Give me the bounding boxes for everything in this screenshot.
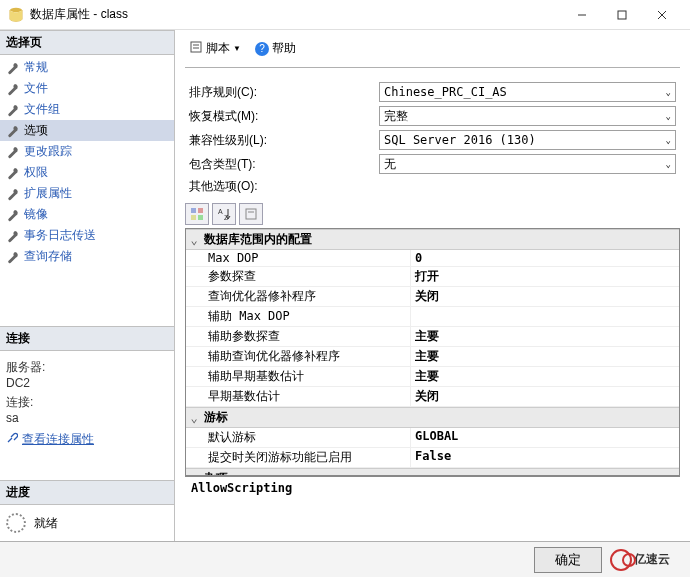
sidebar-item-8[interactable]: 事务日志传送 [0,225,174,246]
containment-select[interactable]: 无⌄ [379,154,676,174]
grid-value[interactable]: 主要 [411,367,679,386]
grid-key: 辅助参数探查 [186,327,411,346]
window-title: 数据库属性 - class [30,6,562,23]
grid-category[interactable]: ⌄杂项 [186,468,679,475]
collation-label: 排序规则(C): [189,84,379,101]
properties-icon-button[interactable] [239,203,263,225]
svg-rect-9 [198,208,203,213]
sidebar-item-5[interactable]: 权限 [0,162,174,183]
wrench-icon [6,103,20,117]
svg-text:A: A [218,208,223,215]
svg-rect-5 [191,42,201,52]
grid-row[interactable]: 默认游标GLOBAL [186,428,679,448]
conn-label: 连接: [6,394,168,411]
bottom-bar: 确定 亿速云 [0,541,690,577]
grid-value[interactable]: 主要 [411,327,679,346]
grid-key: 默认游标 [186,428,411,447]
help-button[interactable]: ? 帮助 [251,38,300,59]
close-button[interactable] [642,0,682,30]
chevron-down-icon: ⌄ [666,159,671,169]
grid-value[interactable]: 关闭 [411,387,679,406]
sidebar-item-1[interactable]: 文件 [0,78,174,99]
sidebar: 选择页 常规文件文件组选项更改跟踪权限扩展属性镜像事务日志传送查询存储 连接 服… [0,30,175,541]
recovery-label: 恢复模式(M): [189,108,379,125]
logo-icon [610,549,632,571]
compat-label: 兼容性级别(L): [189,132,379,149]
svg-rect-15 [246,209,256,219]
grid-key: 提交时关闭游标功能已启用 [186,448,411,467]
script-button[interactable]: 脚本 ▼ [185,38,245,59]
grid-category[interactable]: ⌄数据库范围内的配置 [186,229,679,250]
wrench-icon [6,229,20,243]
grid-row[interactable]: 辅助 Max DOP [186,307,679,327]
grid-row[interactable]: 辅助查询优化器修补程序主要 [186,347,679,367]
minimize-button[interactable] [562,0,602,30]
ok-button[interactable]: 确定 [534,547,602,573]
wrench-icon [6,208,20,222]
collation-select[interactable]: Chinese_PRC_CI_AS⌄ [379,82,676,102]
grid-key: 辅助早期基数估计 [186,367,411,386]
conn-value: sa [6,411,168,425]
connection-header: 连接 [0,326,174,351]
other-options-label: 其他选项(O): [189,178,379,195]
alphabetical-button[interactable]: AZ [212,203,236,225]
svg-rect-8 [191,208,196,213]
grid-row[interactable]: Max DOP0 [186,250,679,267]
containment-label: 包含类型(T): [189,156,379,173]
help-icon: ? [255,42,269,56]
svg-point-0 [10,7,22,11]
svg-rect-11 [198,215,203,220]
sidebar-item-3[interactable]: 选项 [0,120,174,141]
sidebar-item-2[interactable]: 文件组 [0,99,174,120]
grid-row[interactable]: 参数探查打开 [186,267,679,287]
sidebar-item-0[interactable]: 常规 [0,57,174,78]
collapse-icon: ⌄ [186,411,202,425]
grid-value[interactable]: GLOBAL [411,428,679,447]
wrench-icon [6,124,20,138]
grid-key: Max DOP [186,250,411,266]
grid-key: 辅助 Max DOP [186,307,411,326]
wrench-icon [6,166,20,180]
chevron-down-icon: ⌄ [666,111,671,121]
grid-row[interactable]: 辅助早期基数估计主要 [186,367,679,387]
wrench-icon [6,145,20,159]
grid-value[interactable]: 打开 [411,267,679,286]
grid-value[interactable]: False [411,448,679,467]
sidebar-item-9[interactable]: 查询存储 [0,246,174,267]
grid-row[interactable]: 提交时关闭游标功能已启用False [186,448,679,468]
maximize-button[interactable] [602,0,642,30]
grid-value[interactable] [411,307,679,326]
view-connection-props-link[interactable]: 查看连接属性 [6,431,168,448]
sidebar-item-4[interactable]: 更改跟踪 [0,141,174,162]
select-page-header: 选择页 [0,30,174,55]
grid-value[interactable]: 关闭 [411,287,679,306]
compat-select[interactable]: SQL Server 2016 (130)⌄ [379,130,676,150]
wrench-icon [6,250,20,264]
grid-value[interactable]: 0 [411,250,679,266]
page-nav-list: 常规文件文件组选项更改跟踪权限扩展属性镜像事务日志传送查询存储 [0,55,174,269]
wrench-icon [6,187,20,201]
grid-key: 辅助查询优化器修补程序 [186,347,411,366]
grid-row[interactable]: 早期基数估计关闭 [186,387,679,407]
divider [185,67,680,68]
property-description: AllowScripting [185,476,680,512]
grid-value[interactable]: 主要 [411,347,679,366]
sidebar-item-6[interactable]: 扩展属性 [0,183,174,204]
grid-row[interactable]: 查询优化器修补程序关闭 [186,287,679,307]
server-value: DC2 [6,376,168,390]
property-grid-body[interactable]: ⌄数据库范围内的配置Max DOP0参数探查打开查询优化器修补程序关闭辅助 Ma… [186,229,679,475]
grid-row[interactable]: 辅助参数探查主要 [186,327,679,347]
chevron-down-icon: ⌄ [666,135,671,145]
server-label: 服务器: [6,359,168,376]
database-icon [8,7,24,23]
categorized-button[interactable] [185,203,209,225]
sidebar-item-7[interactable]: 镜像 [0,204,174,225]
property-grid: ⌄数据库范围内的配置Max DOP0参数探查打开查询优化器修补程序关闭辅助 Ma… [185,228,680,476]
script-icon [189,40,203,57]
title-bar: 数据库属性 - class [0,0,690,30]
recovery-select[interactable]: 完整⌄ [379,106,676,126]
collapse-icon: ⌄ [186,233,202,247]
progress-spinner-icon [6,513,26,533]
progress-header: 进度 [0,480,174,505]
grid-category[interactable]: ⌄游标 [186,407,679,428]
